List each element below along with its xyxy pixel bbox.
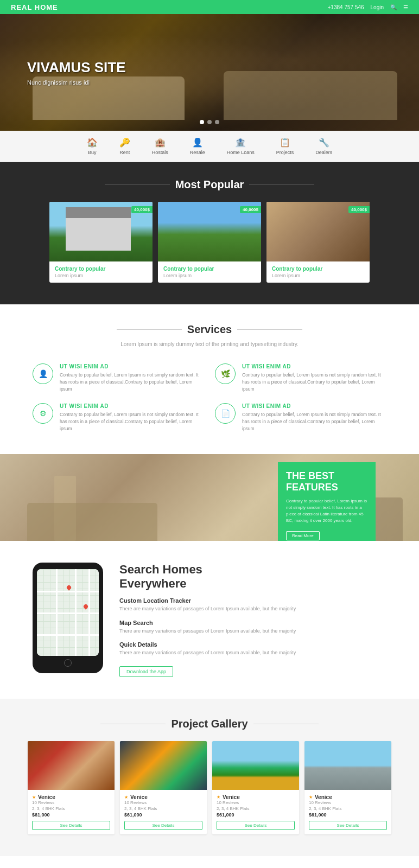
gallery-reviews-4: 10 Reviews — [309, 800, 387, 805]
gallery-card-4[interactable]: ★ Venice 10 Reviews 2, 3, 4 BHK Flats $6… — [304, 741, 391, 834]
service-desc-2: Contrary to popular belief, Lorem Ipsum … — [242, 372, 386, 392]
header-right: +1384 757 546 Login 🔍 ☰ — [328, 4, 408, 10]
hero-dot-3[interactable] — [215, 120, 219, 124]
gallery-reviews-1: 10 Reviews — [32, 800, 110, 805]
popular-card-1[interactable]: 40,000$ Contrary to popular Lorem ipsum — [49, 202, 153, 283]
search-feature-3-desc: There are many variations of passages of… — [119, 649, 386, 657]
homeloans-icon: 🏦 — [235, 137, 246, 148]
testimonials-section: Testimonials Duis aute irure dolor in re… — [0, 856, 419, 868]
gallery-card-3-body: ★ Venice 10 Reviews 2, 3, 4 BHK Flats $6… — [212, 790, 299, 834]
nav-item-buy[interactable]: 🏠 Buy — [76, 131, 109, 162]
popular-card-2-sub: Lorem ipsum — [163, 273, 256, 278]
hero-dots — [200, 120, 219, 124]
gallery-price-1: $61,000 — [32, 812, 110, 818]
popular-card-3-badge: 40,000$ — [348, 206, 370, 213]
nav-projects-label: Projects — [276, 150, 294, 155]
popular-card-1-title: Contrary to popular — [55, 266, 147, 272]
gallery-img-2 — [120, 741, 207, 790]
search-icon[interactable]: 🔍 — [390, 4, 397, 10]
bf-sofa-decor — [27, 503, 157, 541]
nav-item-homeloans[interactable]: 🏦 Home Loans — [216, 131, 265, 162]
nav-dealers-label: Dealers — [315, 150, 332, 155]
gallery-btn-1[interactable]: See Details — [32, 821, 110, 830]
gallery-reviews-2: 10 Reviews — [124, 800, 202, 805]
gallery-btn-3[interactable]: See Details — [217, 821, 295, 830]
projects-icon: 📋 — [280, 137, 290, 148]
services-grid: 👤 UT WISI ENIM AD Contrary to popular be… — [33, 363, 386, 432]
gallery-beds-4: 2, 3, 4 BHK Flats — [309, 806, 387, 811]
search-homes-section: Search HomesEverywhere Custom Location T… — [0, 541, 419, 699]
service-content-2: UT WISI ENIM AD Contrary to popular beli… — [242, 363, 386, 392]
map-background — [37, 569, 99, 656]
gallery-card-2[interactable]: ★ Venice 10 Reviews 2, 3, 4 BHK Flats $6… — [120, 741, 207, 834]
nav-icons-bar: 🏠 Buy 🔑 Rent 🏨 Hostals 👤 Resale 🏦 Home L… — [0, 131, 419, 162]
gallery-place-4: Venice — [315, 794, 332, 800]
popular-card-2-body: Contrary to popular Lorem ipsum — [158, 261, 261, 283]
phone-home-button[interactable] — [64, 659, 72, 667]
search-feature-1: Custom Location Tracker There are many v… — [119, 597, 386, 613]
services-title: Services — [33, 323, 386, 336]
stars-icon-1: ★ — [32, 795, 36, 800]
buy-icon: 🏠 — [87, 137, 98, 148]
hero-dot-1[interactable] — [200, 120, 204, 124]
popular-card-3-title: Contrary to popular — [272, 266, 364, 272]
rent-icon: 🔑 — [119, 137, 130, 148]
service-icon-2: 🌿 — [215, 363, 236, 384]
service-title-4: UT WISI ENIM AD — [242, 403, 386, 409]
search-homes-title: Search HomesEverywhere — [119, 563, 386, 591]
gallery-beds-1: 2, 3, 4 BHK Flats — [32, 806, 110, 811]
service-content-3: UT WISI ENIM AD Contrary to popular beli… — [60, 403, 204, 432]
gallery-img-1 — [28, 741, 115, 790]
popular-grid: 40,000$ Contrary to popular Lorem ipsum … — [11, 202, 408, 283]
best-features-box: THE BESTFEATURES Contrary to popular bel… — [278, 462, 376, 541]
gallery-card-3[interactable]: ★ Venice 10 Reviews 2, 3, 4 BHK Flats $6… — [212, 741, 299, 834]
popular-card-1-image: 40,000$ — [49, 202, 153, 261]
nav-buy-label: Buy — [88, 150, 97, 155]
nav-item-dealers[interactable]: 🔧 Dealers — [304, 131, 343, 162]
phone-frame — [33, 563, 103, 673]
gallery-rating-3: ★ Venice — [217, 794, 295, 800]
gallery-place-2: Venice — [130, 794, 148, 800]
popular-card-2[interactable]: 40,000$ Contrary to popular Lorem ipsum — [158, 202, 261, 283]
gallery-rating-4: ★ Venice — [309, 794, 387, 800]
gallery-btn-4[interactable]: See Details — [309, 821, 387, 830]
service-item-3: ⚙ UT WISI ENIM AD Contrary to popular be… — [33, 403, 204, 432]
nav-item-hostals[interactable]: 🏨 Hostals — [141, 131, 179, 162]
menu-icon[interactable]: ☰ — [403, 4, 408, 10]
services-section: Services Lorem Ipsum is simply dummy tex… — [0, 304, 419, 454]
map-road-v2 — [75, 569, 77, 656]
search-feature-1-desc: There are many variations of passages of… — [119, 605, 386, 613]
popular-card-3[interactable]: 40,000$ Contrary to popular Lorem ipsum — [266, 202, 370, 283]
gallery-place-1: Venice — [38, 794, 55, 800]
nav-hostals-label: Hostals — [152, 150, 168, 155]
gallery-btn-2[interactable]: See Details — [124, 821, 202, 830]
gallery-card-1[interactable]: ★ Venice 10 Reviews 2, 3, 4 BHK Flats $6… — [28, 741, 115, 834]
popular-card-3-sub: Lorem ipsum — [272, 273, 364, 278]
hero-text: VIVAMUS SITE Nunc dignissim risus idi — [0, 59, 126, 86]
nav-item-projects[interactable]: 📋 Projects — [265, 131, 305, 162]
nav-resale-label: Resale — [190, 150, 205, 155]
site-header: REAL HOME +1384 757 546 Login 🔍 ☰ — [0, 0, 419, 14]
login-link[interactable]: Login — [371, 4, 384, 10]
hero-title: VIVAMUS SITE — [27, 59, 126, 76]
stars-icon-3: ★ — [217, 795, 220, 800]
service-icon-1: 👤 — [33, 363, 53, 384]
hero-section: VIVAMUS SITE Nunc dignissim risus idi — [0, 14, 419, 131]
services-subtitle: Lorem Ipsum is simply dummy text of the … — [33, 341, 386, 347]
best-features-title: THE BESTFEATURES — [286, 470, 367, 494]
stars-icon-2: ★ — [124, 795, 128, 800]
read-more-button[interactable]: Read More — [286, 531, 320, 540]
nav-item-rent[interactable]: 🔑 Rent — [109, 131, 141, 162]
gallery-place-3: Venice — [223, 794, 240, 800]
service-desc-3: Contrary to popular belief, Lorem Ipsum … — [60, 411, 204, 432]
hero-dot-2[interactable] — [207, 120, 212, 124]
search-feature-3-title: Quick Details — [119, 641, 386, 648]
service-desc-1: Contrary to popular belief, Lorem Ipsum … — [60, 372, 204, 392]
gallery-card-4-body: ★ Venice 10 Reviews 2, 3, 4 BHK Flats $6… — [304, 790, 391, 834]
search-feature-2: Map Search There are many variations of … — [119, 620, 386, 635]
nav-item-resale[interactable]: 👤 Resale — [179, 131, 216, 162]
project-gallery-section: Project Gallery ★ Venice 10 Reviews 2, 3… — [0, 699, 419, 856]
phone-number: +1384 757 546 — [328, 4, 364, 10]
download-app-button[interactable]: Download the App — [119, 666, 173, 677]
gallery-card-2-body: ★ Venice 10 Reviews 2, 3, 4 BHK Flats $6… — [120, 790, 207, 834]
